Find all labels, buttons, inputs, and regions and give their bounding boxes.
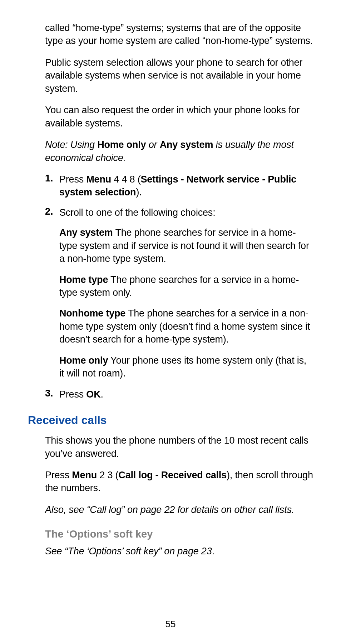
heading-options-softkey: The ‘Options’ soft key bbox=[45, 528, 313, 540]
step-1-b: 4 4 8 ( bbox=[111, 174, 140, 185]
step-3-ok: OK bbox=[86, 389, 100, 400]
step-list: 1. Press Menu 4 4 8 (Settings - Network … bbox=[45, 173, 313, 219]
step-3-a: Press bbox=[59, 389, 86, 400]
also-see: Also, see “Call log” on page 22 for deta… bbox=[45, 503, 313, 516]
step-2: 2. Scroll to one of the following choice… bbox=[45, 206, 313, 219]
opt-any-label: Any system bbox=[59, 227, 113, 238]
options-ref-text: See “The ‘Options’ soft key” on page 23 bbox=[45, 546, 212, 556]
opt-nonhome-type: Nonhome type The phone searches for a se… bbox=[59, 307, 313, 346]
step-2-marker: 2. bbox=[45, 206, 59, 219]
opt-ho-label: Home only bbox=[59, 355, 108, 366]
heading-received-calls: Received calls bbox=[28, 414, 313, 427]
step-3-body: Press OK. bbox=[59, 388, 313, 401]
page: called “home-type” systems; systems that… bbox=[0, 0, 341, 644]
step-2-body: Scroll to one of the following choices: bbox=[59, 206, 313, 219]
step-3-b: . bbox=[100, 389, 103, 400]
step-1-body: Press Menu 4 4 8 (Settings - Network ser… bbox=[59, 173, 313, 199]
para-3: You can also request the order in which … bbox=[45, 104, 313, 130]
rec-step-b: 2 3 ( bbox=[97, 470, 118, 480]
note-b2: Any system bbox=[160, 139, 213, 150]
step-3: 3. Press OK. bbox=[45, 388, 313, 401]
note-b1: Home only bbox=[97, 139, 146, 150]
rec-step-menu: Menu bbox=[72, 470, 97, 480]
step-2-options: Any system The phone searches for servic… bbox=[59, 226, 313, 380]
note-pre: Note: Using bbox=[45, 139, 97, 150]
step-1-a: Press bbox=[59, 174, 86, 185]
options-ref: See “The ‘Options’ soft key” on page 23. bbox=[45, 546, 313, 557]
page-number: 55 bbox=[0, 619, 341, 630]
step-3-marker: 3. bbox=[45, 388, 59, 401]
opt-ht-label: Home type bbox=[59, 274, 108, 285]
step-1: 1. Press Menu 4 4 8 (Settings - Network … bbox=[45, 173, 313, 199]
opt-nht-label: Nonhome type bbox=[59, 308, 125, 319]
body-block-top: called “home-type” systems; systems that… bbox=[45, 21, 313, 401]
step-1-marker: 1. bbox=[45, 173, 59, 199]
rec-step-path: Call log - Received calls bbox=[118, 470, 227, 480]
opt-home-type: Home type The phone searches for a servi… bbox=[59, 273, 313, 299]
para-2: Public system selection allows your phon… bbox=[45, 56, 313, 95]
rec-para: This shows you the phone numbers of the … bbox=[45, 434, 313, 460]
note-mid: or bbox=[146, 139, 159, 150]
rec-step: Press Menu 2 3 (Call log - Received call… bbox=[45, 469, 313, 495]
opt-any: Any system The phone searches for servic… bbox=[59, 226, 313, 265]
step-list-2: 3. Press OK. bbox=[45, 388, 313, 401]
para-1: called “home-type” systems; systems that… bbox=[45, 21, 313, 48]
received-block: This shows you the phone numbers of the … bbox=[45, 434, 313, 516]
opt-home-only: Home only Your phone uses its home syste… bbox=[59, 354, 313, 380]
note: Note: Using Home only or Any system is u… bbox=[45, 138, 313, 164]
rec-step-a: Press bbox=[45, 470, 72, 480]
step-1-c: ). bbox=[136, 187, 142, 198]
step-1-menu: Menu bbox=[86, 174, 111, 185]
options-ref-dot: . bbox=[212, 546, 214, 556]
